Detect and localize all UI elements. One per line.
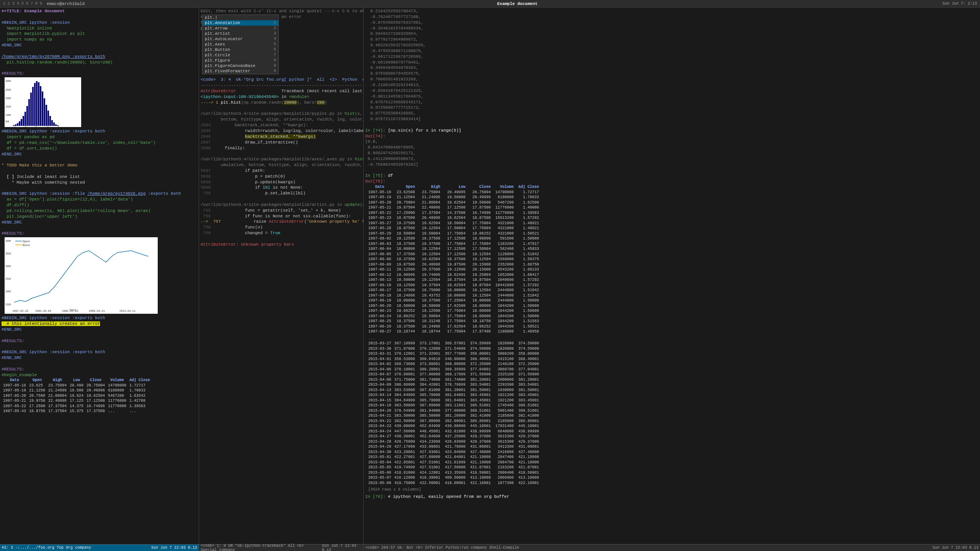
svg-text:2001-05-04: 2001-05-04 <box>35 310 51 313</box>
right-status-time: Sun Jun 7 22:03 0.13 <box>933 546 978 550</box>
repl-content: 0.2194252583790473, -0.7624077657727108,… <box>365 8 978 184</box>
ac-item-fixedformatter[interactable]: plt.FixedFormatter0 <box>203 68 278 74</box>
svg-text:Open: Open <box>23 240 30 243</box>
svg-text:200: 200 <box>5 290 11 293</box>
svg-rect-12 <box>24 112 26 126</box>
svg-text:100: 100 <box>5 113 11 117</box>
svg-text:250: 250 <box>5 277 11 280</box>
ac-item-figure[interactable]: plt.Figure8 <box>203 58 278 63</box>
svg-rect-8 <box>17 123 18 126</box>
tab-indicators: 1 2 3 4 5 6 7 8 9 <box>3 2 42 6</box>
svg-rect-13 <box>26 106 28 126</box>
svg-rect-17 <box>34 83 36 126</box>
svg-text:2009-04-21: 2009-04-21 <box>89 310 105 313</box>
svg-text:-4: -4 <box>12 126 15 127</box>
ac-item-figurecanvasbase[interactable]: plt.FigureCanvasBase9 <box>203 63 278 68</box>
middle-status-bar: <code> 1: 0 UR-*ob-ipython-traceback* Al… <box>199 544 363 551</box>
svg-rect-18 <box>36 81 38 126</box>
svg-rect-11 <box>23 116 24 126</box>
org-content3: #BEGIN_SRC ipython :session :exports bot… <box>2 315 197 378</box>
svg-text:300: 300 <box>5 264 11 268</box>
org-content2: #BEGIN_SRC ipython :session :exports bot… <box>2 129 197 236</box>
svg-rect-26 <box>51 120 53 126</box>
ac-item-axes[interactable]: plt.Axes5 <box>203 42 278 47</box>
svg-rect-14 <box>28 99 30 126</box>
svg-text:250: 250 <box>5 88 11 91</box>
datetime: Sun Jun 7: 2:13 <box>942 2 977 6</box>
error-property: property <box>261 242 281 247</box>
svg-rect-23 <box>46 105 47 126</box>
ac-item-plt: plt.| <box>203 15 278 20</box>
middle-content: Edit, then exit with C-c' (C-c and singl… <box>199 8 363 544</box>
left-status-bar: 43: 3 -:.../.../foo.org Top Org company … <box>0 544 199 551</box>
svg-text:350: 350 <box>5 252 11 255</box>
svg-text:400: 400 <box>5 239 11 243</box>
svg-rect-20 <box>40 86 41 126</box>
ac-item-artist[interactable]: plt.Artist3 <box>203 31 278 36</box>
repl-final: In [76]: # ipython repl, easily opened f… <box>365 494 978 500</box>
svg-text:200: 200 <box>5 96 11 100</box>
stock-chart: 400 350 300 250 200 150 Open None 1997-0… <box>5 237 197 314</box>
ac-item-button[interactable]: plt.Button6 <box>203 47 278 52</box>
title-bar: 1 2 3 4 5 6 7 8 9 emacs@archibald Exampl… <box>0 0 980 8</box>
middle-status-time: Sun Jun 7 22:03 0.13 <box>322 544 362 551</box>
svg-text:2: 2 <box>47 126 48 127</box>
svg-rect-27 <box>53 122 55 126</box>
svg-rect-25 <box>49 116 51 126</box>
histogram-chart: 300 250 200 150 100 50 <box>5 77 197 127</box>
svg-rect-22 <box>44 98 45 126</box>
svg-text:Date: Date <box>70 308 76 311</box>
svg-text:4: 4 <box>57 126 59 127</box>
right-status-bar: <code> 269:57 Uk- Bot <k> Inferior Pytho… <box>364 544 980 551</box>
svg-text:300: 300 <box>5 79 11 83</box>
svg-text:-2: -2 <box>23 126 26 127</box>
emacs-user: emacs@archibald <box>47 2 85 6</box>
svg-rect-21 <box>42 91 43 126</box>
svg-rect-28 <box>55 124 57 126</box>
traceback-section: <code> 3: 4 Uk-*Org Src foo.org[ python … <box>201 77 362 247</box>
svg-text:150: 150 <box>5 105 11 108</box>
svg-text:1997-05-16: 1997-05-16 <box>12 310 28 313</box>
svg-text:50: 50 <box>5 120 9 123</box>
svg-rect-9 <box>19 121 20 126</box>
dataframe-table: DateOpen High Low Close Volume Adj Close… <box>367 184 542 492</box>
svg-rect-24 <box>47 111 49 126</box>
svg-text:150: 150 <box>5 303 11 306</box>
svg-rect-15 <box>30 93 32 126</box>
window-title: Example document <box>92 2 942 6</box>
left-panel: #+TITLE: Example document #BEGIN_SRC ipy… <box>0 8 199 551</box>
svg-text:None: None <box>23 243 30 247</box>
small-data-table: DateOpenHighLowCloseVolumeAdj Close 1997… <box>2 378 152 414</box>
svg-rect-19 <box>38 82 39 126</box>
right-content: 0.2194252583790473, -0.7624077657727108,… <box>364 8 980 544</box>
left-content: #+TITLE: Example document #BEGIN_SRC ipy… <box>0 8 199 544</box>
error-unknown: Unknown <box>241 242 259 247</box>
middle-panel: Edit, then exit with C-c' (C-c and singl… <box>199 8 364 551</box>
ac-item-arrow[interactable]: plt.Arrow2 <box>203 26 278 31</box>
svg-text:2013-04-11: 2013-04-11 <box>119 310 136 313</box>
left-status-text: 43: 3 -:.../.../foo.org Top Org company <box>2 546 91 550</box>
autocomplete-popup: plt.| plt.Annotation1 plt.Arrow2 plt.Art… <box>202 15 279 74</box>
ac-item-circle[interactable]: plt.Circle7 <box>203 52 278 58</box>
right-status-text: <code> 269:57 Uk- Bot <k> Inferior Pytho… <box>365 546 519 550</box>
svg-text:0: 0 <box>35 126 37 127</box>
ac-item-annotation[interactable]: plt.Annotation1 <box>203 20 278 26</box>
middle-status-text: <code> 1: 0 UR-*ob-ipython-traceback* Al… <box>201 544 322 551</box>
right-panel: 0.2194252583790473, -0.7624077657727108,… <box>364 8 980 551</box>
svg-rect-16 <box>32 87 34 126</box>
svg-rect-10 <box>21 119 22 126</box>
left-status-time: Sun Jun 7 22:03 0.13 <box>151 546 197 550</box>
org-content: #+TITLE: Example document #BEGIN_SRC ipy… <box>2 8 197 77</box>
ac-item-autolocator[interactable]: plt.AutoLocator4 <box>203 36 278 42</box>
